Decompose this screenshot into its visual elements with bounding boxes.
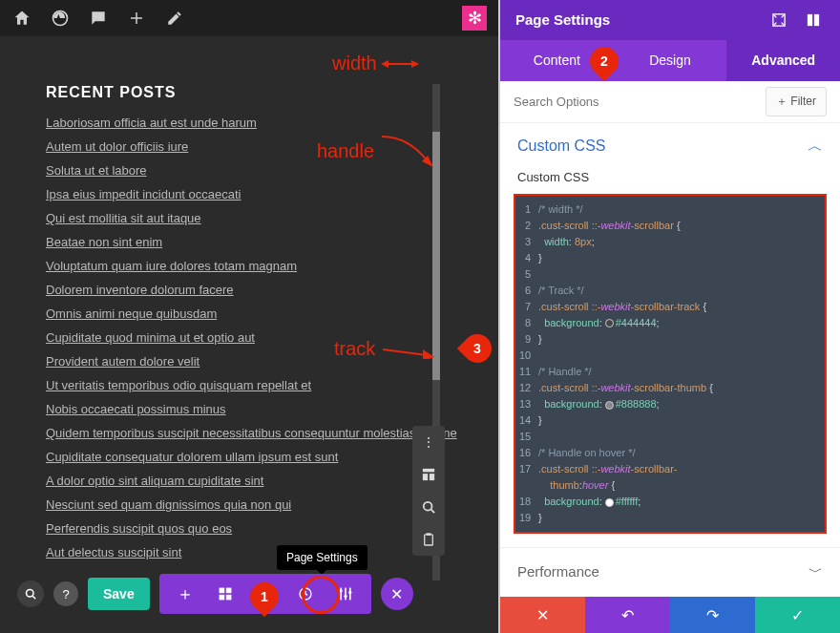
- help-button[interactable]: ?: [53, 581, 78, 606]
- post-link[interactable]: Aut delectus suscipit sint: [46, 540, 460, 564]
- home-icon[interactable]: [11, 8, 32, 29]
- post-link[interactable]: Beatae non sint enim: [46, 230, 460, 254]
- comments-icon[interactable]: [88, 8, 109, 29]
- field-label: Custom CSS: [500, 170, 840, 190]
- discard-button[interactable]: ✕: [500, 597, 585, 633]
- panel-footer: ✕ ↶ ↷ ✓: [500, 597, 840, 633]
- tooltip-page-settings: Page Settings: [277, 545, 368, 570]
- svg-line-15: [32, 596, 35, 599]
- pencil-icon[interactable]: [164, 8, 185, 29]
- svg-marker-3: [411, 60, 419, 68]
- builder-bottom-bar: ? Save ＋ ✕: [17, 574, 460, 614]
- more-icon[interactable]: ⋮: [412, 426, 445, 458]
- zoom-icon[interactable]: [17, 580, 44, 607]
- svg-rect-16: [219, 588, 224, 594]
- svg-marker-2: [381, 60, 388, 68]
- search-row: ＋ Filter: [500, 81, 840, 123]
- svg-rect-13: [426, 533, 430, 536]
- svg-rect-29: [814, 14, 819, 26]
- floating-toolbar: ⋮: [412, 426, 445, 556]
- history-icon[interactable]: [285, 574, 326, 614]
- star-button[interactable]: ✻: [462, 6, 487, 31]
- svg-line-11: [431, 510, 435, 514]
- preview-pane: ✻ RECENT POSTS Laboriosam officia aut es…: [0, 0, 498, 633]
- svg-rect-8: [423, 474, 428, 480]
- post-link[interactable]: A dolor optio sint aliquam cupiditate si…: [46, 469, 460, 493]
- svg-rect-17: [226, 588, 232, 594]
- annotation-bubble-2: 2: [590, 47, 619, 75]
- section-performance[interactable]: Performance ﹀: [500, 547, 840, 597]
- annotation-track: track: [334, 338, 434, 360]
- filter-button[interactable]: ＋ Filter: [766, 87, 827, 116]
- recent-posts-heading: RECENT POSTS: [46, 84, 460, 101]
- post-link[interactable]: Laboriosam officia aut est unde harum: [46, 111, 460, 135]
- svg-rect-7: [423, 469, 434, 473]
- redo-button[interactable]: ↷: [670, 597, 755, 633]
- post-link[interactable]: Qui est mollitia sit aut itaque: [46, 206, 460, 230]
- post-link[interactable]: Perferendis suscipit quos quo eos: [46, 517, 460, 540]
- section-toggle[interactable]: Custom CSS ︿: [500, 123, 840, 170]
- post-link[interactable]: Quidem temporibus suscipit necessitatibu…: [46, 421, 460, 445]
- section-custom-css: Custom CSS ︿ Custom CSS 1/* width */2.cu…: [500, 123, 840, 548]
- chevron-up-icon: ︿: [808, 137, 823, 157]
- clipboard-icon[interactable]: [412, 523, 445, 556]
- search-input[interactable]: [514, 95, 766, 109]
- code-editor[interactable]: 1/* width */2.cust-scroll ::-webkit-scro…: [514, 194, 827, 535]
- svg-point-26: [348, 591, 351, 594]
- post-link[interactable]: Nesciunt sed quam dignissimos quia non q…: [46, 493, 460, 517]
- svg-point-25: [344, 595, 346, 598]
- chevron-down-icon: ﹀: [808, 563, 823, 581]
- svg-rect-28: [808, 14, 812, 26]
- apply-button[interactable]: ✓: [755, 597, 840, 633]
- svg-rect-18: [219, 595, 224, 601]
- annotation-width: width: [332, 53, 419, 74]
- wireframe-icon[interactable]: [412, 458, 445, 491]
- svg-rect-9: [430, 474, 434, 480]
- add-icon[interactable]: ＋: [165, 574, 205, 614]
- annotation-bubble-1: 1: [250, 582, 279, 611]
- svg-rect-12: [425, 535, 433, 545]
- post-link[interactable]: Dolorem inventore dolorum facere: [46, 278, 460, 302]
- panel-header: Page Settings: [500, 0, 840, 40]
- panel-tabs: Content Design Advanced 2: [500, 40, 840, 81]
- tab-advanced[interactable]: Advanced: [726, 40, 840, 81]
- post-link[interactable]: Ut veritatis temporibus odio quisquam re…: [46, 373, 460, 397]
- columns-icon[interactable]: [802, 9, 825, 32]
- close-button[interactable]: ✕: [381, 578, 413, 610]
- expand-icon[interactable]: [767, 9, 790, 32]
- post-link[interactable]: Cupiditate consequatur dolorem ullam ips…: [46, 445, 460, 469]
- panel-title: Page Settings: [515, 11, 610, 28]
- layers-icon[interactable]: [205, 574, 245, 614]
- svg-marker-6: [423, 349, 434, 359]
- post-link[interactable]: Ipsa eius impedit incidunt occaecati: [46, 182, 460, 206]
- save-button[interactable]: Save: [88, 578, 150, 610]
- plus-icon[interactable]: [126, 8, 147, 29]
- post-link[interactable]: Voluptatum quam iure dolores totam magna…: [46, 254, 460, 278]
- post-link[interactable]: Nobis occaecati possimus minus: [46, 397, 460, 421]
- svg-rect-22: [345, 588, 346, 601]
- svg-point-10: [424, 502, 432, 511]
- tab-design[interactable]: Design: [614, 40, 727, 81]
- annotation-bubble-3: 3: [463, 334, 492, 363]
- undo-button[interactable]: ↶: [585, 597, 670, 633]
- svg-point-24: [339, 589, 342, 592]
- svg-point-14: [27, 590, 34, 598]
- svg-rect-19: [226, 595, 232, 601]
- sliders-icon[interactable]: [326, 574, 366, 614]
- svg-line-5: [383, 349, 427, 355]
- dashboard-icon[interactable]: [50, 8, 71, 29]
- annotation-handle: handle: [317, 135, 433, 167]
- post-link[interactable]: Omnis animi neque quibusdam: [46, 302, 460, 326]
- wp-adminbar: ✻: [0, 0, 498, 36]
- settings-panel: Page Settings Content Design Advanced 2 …: [498, 0, 840, 633]
- magnify-icon[interactable]: [412, 491, 445, 523]
